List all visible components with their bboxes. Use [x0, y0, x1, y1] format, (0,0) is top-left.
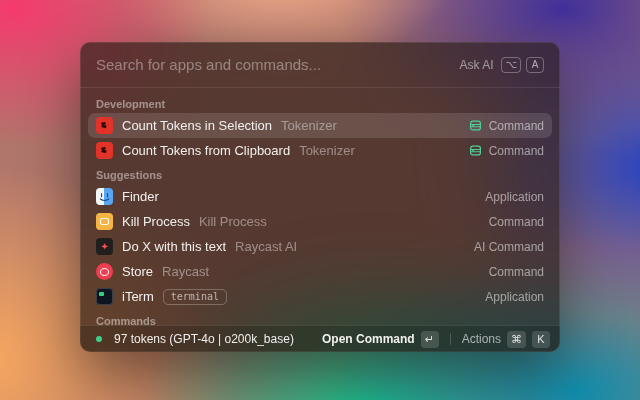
status-bar: 97 tokens (GPT-4o | o200k_base) Open Com… — [80, 325, 560, 352]
status-divider — [450, 333, 451, 345]
item-subtitle: Raycast AI — [235, 239, 297, 254]
item-accessory: Command — [469, 119, 544, 133]
tokenizer-icon — [96, 142, 113, 159]
command-key-icon: ⌘ — [507, 331, 526, 348]
item-accessory: Command — [469, 144, 544, 158]
item-subtitle: Tokenizer — [281, 118, 337, 133]
ask-ai-label: Ask AI — [459, 58, 493, 72]
item-subtitle: Tokenizer — [299, 143, 355, 158]
accessory-label: Command — [489, 215, 544, 229]
store-icon — [96, 263, 113, 280]
item-accessory: Application — [485, 190, 544, 204]
item-title: iTerm — [122, 289, 154, 304]
tokenizer-icon — [96, 117, 113, 134]
list-item[interactable]: Count Tokens from ClipboardTokenizerComm… — [88, 138, 552, 163]
search-input[interactable] — [96, 56, 451, 73]
item-title: Finder — [122, 189, 159, 204]
accessory-label: Command — [489, 144, 544, 158]
raycast-launcher-window: Ask AI ⌥ A DevelopmentCount Tokens in Se… — [80, 42, 560, 352]
actions-menu-button[interactable]: Actions ⌘ K — [462, 331, 550, 348]
item-tag: terminal — [163, 289, 227, 305]
ask-ai-button[interactable]: Ask AI ⌥ A — [459, 57, 544, 73]
item-accessory: Command — [489, 265, 544, 279]
list-item[interactable]: Kill ProcessKill ProcessCommand — [88, 209, 552, 234]
actions-label: Actions — [462, 332, 501, 346]
accessory-label: Command — [489, 119, 544, 133]
open-command-action[interactable]: Open Command ↵ — [322, 331, 439, 348]
results-list: DevelopmentCount Tokens in SelectionToke… — [80, 89, 560, 325]
kill-process-icon — [96, 213, 113, 230]
accessory-label: Command — [489, 265, 544, 279]
list-item[interactable]: Count Tokens in SelectionTokenizerComman… — [88, 113, 552, 138]
list-item[interactable]: FinderApplication — [88, 184, 552, 209]
option-key-icon: ⌥ — [501, 57, 521, 73]
command-icon — [469, 119, 482, 132]
item-title: Do X with this text — [122, 239, 226, 254]
item-title: Count Tokens from Clipboard — [122, 143, 290, 158]
search-bar: Ask AI ⌥ A — [80, 42, 560, 88]
a-key-icon: A — [526, 57, 544, 73]
item-title: Store — [122, 264, 153, 279]
item-subtitle: Kill Process — [199, 214, 267, 229]
command-icon — [469, 144, 482, 157]
item-accessory: Command — [489, 215, 544, 229]
item-title: Count Tokens in Selection — [122, 118, 272, 133]
finder-icon — [96, 188, 113, 205]
list-item[interactable]: StoreRaycastCommand — [88, 259, 552, 284]
section-header: Commands — [88, 309, 552, 325]
iterm-icon — [96, 288, 113, 305]
extension-status-dot-icon — [96, 336, 102, 342]
k-key-icon: K — [532, 331, 550, 348]
token-count-status: 97 tokens (GPT-4o | o200k_base) — [114, 332, 294, 346]
section-header: Suggestions — [88, 163, 552, 184]
return-key-icon: ↵ — [421, 331, 439, 348]
open-command-label: Open Command — [322, 332, 415, 346]
accessory-label: Application — [485, 290, 544, 304]
item-accessory: AI Command — [474, 240, 544, 254]
item-title: Kill Process — [122, 214, 190, 229]
item-accessory: Application — [485, 290, 544, 304]
list-item[interactable]: ✦Do X with this textRaycast AIAI Command — [88, 234, 552, 259]
item-subtitle: Raycast — [162, 264, 209, 279]
accessory-label: Application — [485, 190, 544, 204]
accessory-label: AI Command — [474, 240, 544, 254]
section-header: Development — [88, 92, 552, 113]
list-item[interactable]: iTermterminalApplication — [88, 284, 552, 309]
raycast-ai-icon: ✦ — [96, 238, 113, 255]
